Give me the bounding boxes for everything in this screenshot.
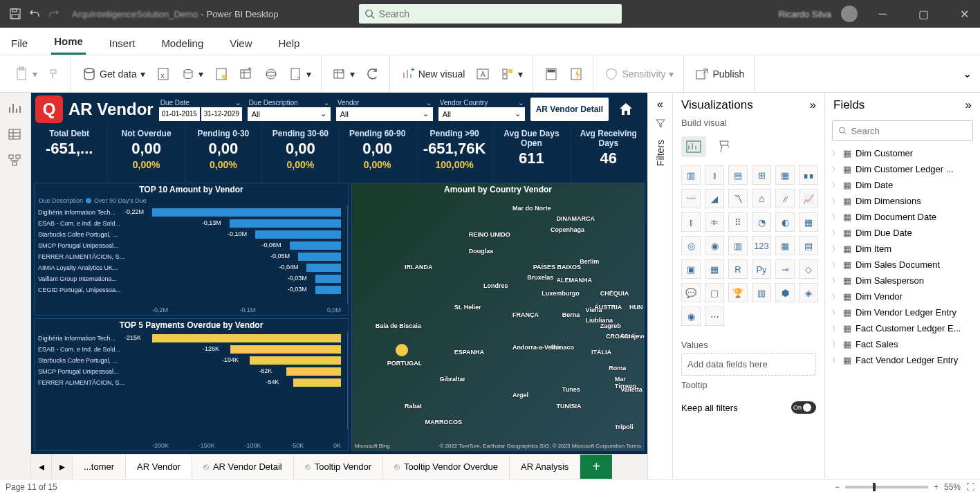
enter-data-button[interactable]: +	[235, 64, 257, 84]
transform-data-button[interactable]: ▾	[329, 64, 359, 84]
collapse-viz-icon[interactable]: »	[810, 98, 816, 112]
viz-type-chip[interactable]: ◎	[681, 236, 701, 255]
viz-type-chip[interactable]: ⠿	[728, 212, 748, 232]
menu-modeling[interactable]: Modeling	[158, 32, 206, 55]
table-row[interactable]: 〉▦Dim Customer Ledger ...	[825, 161, 980, 177]
viz-type-chip[interactable]: ▥	[752, 283, 771, 302]
slicer-vendor[interactable]: All⌄	[336, 107, 433, 121]
tab-prev-icon[interactable]: ◂	[31, 455, 52, 479]
user-avatar[interactable]	[841, 6, 858, 22]
undo-icon[interactable]	[28, 7, 41, 21]
table-row[interactable]: 〉▦Fact Sales	[825, 336, 980, 352]
viz-type-chip[interactable]: ▢	[705, 283, 724, 302]
table-row[interactable]: 〉▦Dim Document Date	[825, 209, 980, 225]
paste-button[interactable]: ▾	[11, 64, 41, 84]
datahub-button[interactable]: ▾	[177, 64, 207, 84]
viz-type-chip[interactable]: 🏆	[728, 283, 748, 302]
viz-type-chip[interactable]: ◢	[705, 189, 724, 208]
publish-button[interactable]: Publish	[691, 64, 748, 84]
model-view-icon[interactable]	[8, 154, 23, 169]
user-name[interactable]: Ricardo Silva	[778, 9, 831, 19]
menu-help[interactable]: Help	[276, 32, 303, 55]
recent-sources-button[interactable]: ▾	[285, 64, 315, 84]
viz-type-chip[interactable]: ◉	[705, 236, 724, 255]
menu-insert[interactable]: Insert	[107, 32, 138, 55]
viz-type-chip[interactable]: ▦	[799, 212, 818, 232]
zoom-in-icon[interactable]: +	[934, 482, 939, 492]
tab-next-icon[interactable]: ▸	[52, 455, 73, 479]
table-row[interactable]: 〉▦Dim Vendor Ledger Entry	[825, 304, 980, 320]
sensitivity-button[interactable]: Sensitivity ▾	[600, 64, 678, 84]
report-view-icon[interactable]	[8, 101, 23, 116]
viz-type-chip[interactable]: ▦	[775, 165, 795, 185]
save-icon[interactable]	[8, 7, 22, 21]
page-tab[interactable]: AR Analysis	[510, 455, 580, 479]
viz-type-chip[interactable]: 💬	[681, 283, 701, 302]
more-visuals-button[interactable]: ▾	[497, 64, 527, 84]
minimize-icon[interactable]: ─	[867, 0, 898, 28]
table-row[interactable]: 〉▦Fact Vendor Ledger Entry	[825, 352, 980, 368]
viz-type-chip[interactable]: ◉	[681, 307, 701, 326]
page-tab[interactable]: ⎋AR Vendor Detail	[192, 455, 294, 479]
viz-type-chip[interactable]: ◇	[799, 259, 818, 279]
viz-type-chip[interactable]: Py	[752, 259, 771, 279]
format-painter-button[interactable]	[44, 65, 65, 83]
viz-type-chip[interactable]: ◐	[775, 212, 795, 232]
build-visual-tab[interactable]	[681, 136, 706, 157]
chart-top10-vendor[interactable]: TOP 10 Amount by Vendor Due Description …	[34, 183, 349, 315]
map-amount-by-country[interactable]: Amount by Country Vendor Mar do NorteDIN…	[351, 183, 645, 451]
table-row[interactable]: 〉▦Dim Sales Document	[825, 257, 980, 273]
table-row[interactable]: 〉▦Dim Salesperson	[825, 273, 980, 289]
slicer-country[interactable]: All⌄	[438, 107, 525, 121]
kpi-card[interactable]: Avg Receiving Days46	[571, 126, 647, 183]
kpi-card[interactable]: Not Overdue0,000,00%	[108, 126, 185, 183]
excel-source-button[interactable]: X	[152, 64, 174, 84]
table-row[interactable]: 〉▦Dim Item	[825, 241, 980, 257]
table-row[interactable]: 〉▦Dim Customer	[825, 145, 980, 161]
page-tab[interactable]: ⎋Tooltip Vendor	[294, 455, 383, 479]
filters-pane[interactable]: « Filters	[647, 93, 672, 479]
ar-vendor-detail-button[interactable]: AR Vendor Detail	[530, 98, 609, 121]
report-canvas[interactable]: Q AR Vendor Due Date⌄ Due Description⌄ A…	[31, 93, 647, 454]
viz-type-chip[interactable]: ◔	[752, 212, 771, 232]
add-page-button[interactable]: +	[580, 455, 612, 479]
kpi-card[interactable]: Pending 60-900,000,00%	[340, 126, 416, 183]
table-row[interactable]: 〉▦Dim Dimensions	[825, 193, 980, 209]
ribbon-expand-icon[interactable]: ⌄	[960, 64, 974, 83]
table-row[interactable]: 〉▦Dim Due Date	[825, 225, 980, 241]
close-icon[interactable]: ✕	[949, 0, 980, 28]
collapse-fields-icon[interactable]: »	[965, 98, 972, 112]
menu-view[interactable]: View	[227, 32, 255, 55]
menu-file[interactable]: File	[8, 32, 30, 55]
viz-type-chip[interactable]: ∎∎	[799, 165, 818, 185]
viz-type-chip[interactable]: ⊸	[775, 259, 795, 279]
page-tab[interactable]: ⎋Tooltip Vendor Overdue	[383, 455, 510, 479]
redo-icon[interactable]	[47, 7, 61, 21]
viz-type-chip[interactable]: ▤	[799, 236, 818, 255]
kpi-card[interactable]: Total Debt-651,...	[31, 126, 108, 183]
fields-search-input[interactable]	[851, 126, 967, 136]
viz-type-chip[interactable]: 〰	[681, 189, 701, 208]
viz-type-chip[interactable]: ◈	[799, 283, 818, 302]
kpi-card[interactable]: Pending 0-300,000,00%	[185, 126, 262, 183]
refresh-button[interactable]	[362, 64, 384, 84]
fields-search[interactable]	[832, 120, 973, 141]
values-drop-zone[interactable]: Add data fields here	[681, 353, 816, 376]
viz-type-chip[interactable]: 〽	[728, 189, 748, 208]
viz-type-chip[interactable]: ▣	[681, 259, 701, 279]
table-row[interactable]: 〉▦Dim Date	[825, 177, 980, 193]
viz-type-chip[interactable]: ▥	[728, 236, 748, 255]
viz-type-chip[interactable]: R	[728, 259, 748, 279]
quick-measure-button[interactable]	[565, 64, 587, 84]
table-row[interactable]: 〉▦Dim Vendor	[825, 289, 980, 304]
kpi-card[interactable]: Pending 30-600,000,00%	[262, 126, 339, 183]
table-row[interactable]: 〉▦Fact Customer Ledger E...	[825, 320, 980, 336]
global-search[interactable]	[359, 4, 622, 24]
tab-partial[interactable]: ...tomer	[73, 455, 126, 479]
zoom-slider[interactable]	[845, 486, 928, 488]
fit-page-icon[interactable]: ⛶	[966, 482, 974, 492]
slicer-due-desc[interactable]: All⌄	[248, 107, 331, 121]
search-input[interactable]	[379, 8, 616, 19]
menu-home[interactable]: Home	[51, 30, 86, 55]
page-tab[interactable]: AR Vendor	[126, 455, 192, 479]
